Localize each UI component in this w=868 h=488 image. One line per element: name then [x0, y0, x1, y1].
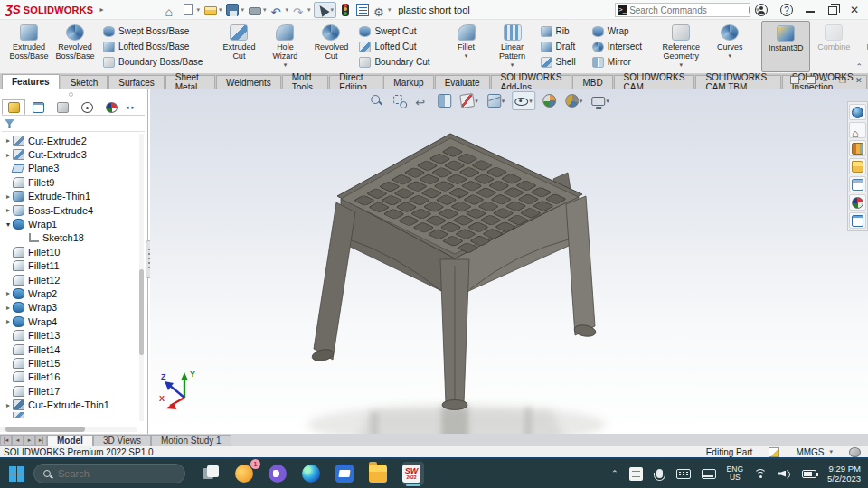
scrollbar-thumb[interactable]	[5, 427, 85, 432]
tree-item[interactable]: Fillet13	[0, 328, 137, 342]
tree-item[interactable]: Fillet16	[0, 371, 137, 384]
close-button[interactable]	[850, 0, 859, 20]
minimize-button[interactable]	[806, 5, 816, 15]
help-icon[interactable]	[780, 4, 793, 16]
graphics-viewport[interactable]: ▾ ▾ ▾ ▾ ▾	[150, 89, 868, 434]
zoom-to-fit-button[interactable]	[368, 92, 385, 109]
volume-icon[interactable]	[778, 469, 791, 479]
tree-item-clipped[interactable]	[0, 412, 28, 418]
document-tab[interactable]: Motion Study 1	[151, 435, 231, 446]
expand-arrow-icon[interactable]	[4, 221, 13, 229]
tree-filter-row[interactable]	[2, 117, 145, 132]
tree-item[interactable]: Wrap2	[0, 286, 137, 300]
panel-resize-knob[interactable]	[69, 92, 73, 97]
expand-arrow-icon[interactable]	[4, 304, 13, 312]
microphone-icon[interactable]	[656, 469, 663, 478]
ribbon-tab[interactable]: Direct Editing	[329, 75, 382, 89]
start-button[interactable]	[9, 466, 24, 482]
revolved-cut-button[interactable]: Revolved Cut	[308, 21, 354, 72]
custom-properties-button[interactable]	[849, 212, 866, 229]
document-tab[interactable]: Model	[47, 435, 93, 446]
units-dropdown-icon[interactable]: ▾	[829, 448, 833, 455]
boundary-cut-button[interactable]: Boundary Cut	[356, 55, 432, 70]
linear-pattern-button[interactable]: Linear Pattern ▾	[490, 21, 535, 72]
intersect-button[interactable]: Intersect	[590, 40, 645, 54]
save-button[interactable]: ▾	[224, 2, 246, 18]
home-pane-button[interactable]	[849, 122, 866, 138]
redo-button[interactable]: ▾	[291, 2, 313, 18]
file-properties-button[interactable]	[354, 2, 371, 18]
doc-close-button[interactable]	[855, 76, 864, 84]
tree-horizontal-scrollbar[interactable]	[0, 427, 137, 432]
manager-tabs-right-icon[interactable]: ▸	[132, 104, 136, 111]
shell-button[interactable]: Shell	[538, 55, 579, 70]
tree-item[interactable]: Wrap4	[0, 314, 137, 328]
taskbar-app-button[interactable]	[369, 462, 391, 485]
taskbar-app-button[interactable]	[269, 462, 290, 485]
doc-pane2-icon[interactable]	[807, 76, 816, 84]
curves-button[interactable]: Curves ▾	[707, 21, 752, 72]
user-account-icon[interactable]	[755, 4, 768, 16]
tab-display-manager[interactable]	[99, 99, 123, 115]
section-view-button[interactable]	[436, 92, 453, 109]
view-orientation-button[interactable]: ▾	[486, 92, 507, 109]
tree-item[interactable]: Cut-Extrude2	[0, 134, 137, 147]
expand-arrow-icon[interactable]	[4, 401, 13, 409]
status-tag-icon[interactable]	[849, 447, 861, 457]
ribbon-tab[interactable]: Surfaces	[108, 75, 164, 89]
rebuild-button[interactable]	[337, 2, 354, 18]
rib-button[interactable]: Rib	[538, 24, 579, 39]
edit-appearance-button[interactable]	[541, 92, 558, 109]
expand-arrow-icon[interactable]	[4, 206, 13, 214]
tab-property-manager[interactable]	[26, 99, 50, 115]
search-icon[interactable]	[749, 6, 750, 14]
previous-view-button[interactable]	[413, 92, 430, 109]
tab-feature-manager[interactable]	[2, 99, 25, 115]
mirror-button[interactable]: Mirror	[590, 55, 645, 70]
home-button[interactable]	[163, 2, 179, 18]
search-commands-input[interactable]	[629, 5, 749, 15]
print-button[interactable]: ▾	[247, 2, 269, 18]
design-library-button[interactable]	[849, 140, 866, 156]
view-settings-button[interactable]: ▾	[590, 94, 611, 108]
reference-geometry-button[interactable]: Reference Geometry ▾	[656, 21, 706, 72]
ribbon-tab[interactable]: Sheet Metal	[165, 75, 215, 89]
expand-arrow-icon[interactable]	[4, 192, 13, 201]
tab-configuration-manager[interactable]	[51, 99, 74, 115]
taskbar-search-input[interactable]	[58, 468, 157, 479]
expand-arrow-icon[interactable]	[4, 317, 13, 325]
collapse-ribbon-icon[interactable]	[855, 62, 863, 71]
appearances-button[interactable]	[849, 194, 866, 211]
taskbar-app-button[interactable]: 1	[235, 462, 257, 485]
fillet-button[interactable]: Fillet ▾	[444, 21, 489, 72]
tree-item[interactable]: Wrap1	[0, 217, 137, 230]
notes-tray-icon[interactable]	[629, 467, 643, 481]
display-style-button[interactable]: ▾	[512, 91, 535, 110]
tree-item[interactable]: Fillet10	[0, 245, 137, 258]
ribbon-tab[interactable]: SOLIDWORKS Add-Ins	[491, 75, 572, 89]
document-tab[interactable]: 3D Views	[93, 435, 151, 446]
doc-restore-button[interactable]	[839, 76, 848, 84]
extruded-cut-button[interactable]: Extruded Cut	[216, 21, 261, 72]
ribbon-tab[interactable]: Weldments	[216, 75, 281, 89]
tree-item[interactable]: Fillet14	[0, 343, 137, 356]
wifi-icon[interactable]	[754, 469, 768, 479]
curves-dropdown-icon[interactable]: ▾	[728, 52, 731, 59]
menu-expand-icon[interactable]: ▸	[99, 5, 103, 14]
taskbar-app-button[interactable]	[202, 462, 223, 485]
lofted-cut-button[interactable]: Lofted Cut	[356, 40, 432, 54]
swept-boss-button[interactable]: Swept Boss/Base	[100, 24, 205, 39]
taskbar-app-button[interactable]: 2022	[402, 462, 424, 485]
hole-wizard-dropdown-icon[interactable]: ▾	[284, 61, 288, 68]
hole-wizard-button[interactable]: Hole Wizard ▾	[262, 21, 307, 72]
first-tab-button[interactable]: |◂	[0, 435, 12, 446]
tree-item[interactable]: Boss-Extrude4	[0, 203, 137, 217]
last-tab-button[interactable]: ▸|	[35, 435, 47, 446]
ribbon-tab[interactable]: MBD	[572, 75, 612, 89]
view-palette-button[interactable]	[849, 176, 866, 192]
ribbon-tab[interactable]: Mold Tools	[282, 75, 329, 89]
tree-item[interactable]: Wrap3	[0, 301, 137, 314]
taskbar-app-button[interactable]	[302, 462, 324, 485]
tree-item[interactable]: Sketch18	[0, 231, 137, 245]
expand-arrow-icon[interactable]	[4, 136, 13, 145]
